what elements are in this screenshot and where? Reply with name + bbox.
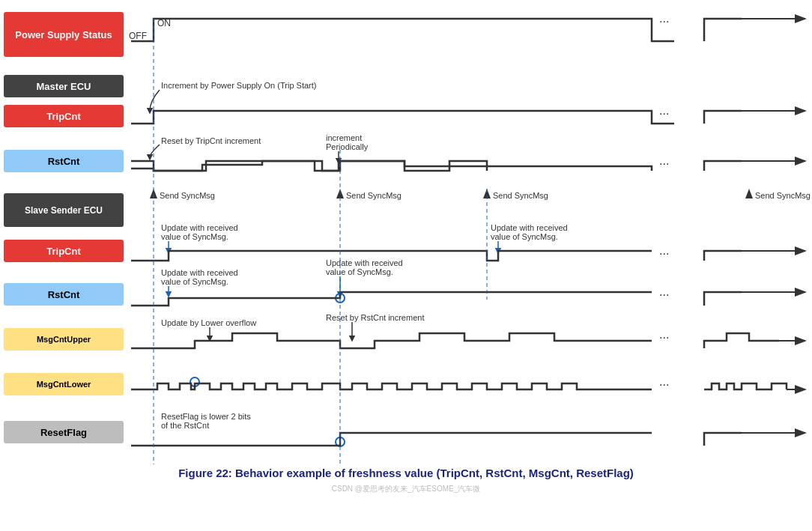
svg-text:Update with received: Update with received	[161, 223, 238, 232]
svg-text:Periodically: Periodically	[326, 142, 369, 151]
svg-text:...: ...	[659, 244, 669, 257]
svg-text:...: ...	[659, 328, 669, 341]
svg-text:Send SyncMsg: Send SyncMsg	[493, 191, 548, 200]
svg-text:value of SyncMsg.: value of SyncMsg.	[326, 267, 393, 276]
figure-caption: Figure 22: Behavior example of freshness…	[0, 461, 812, 485]
msgcnt-lower-waveform: ...	[131, 375, 805, 389]
waveform-diagram: OFF ON ... Increment by Power Supply On …	[0, 0, 812, 494]
svg-text:Update with received: Update with received	[161, 268, 238, 277]
svg-text:Reset by TripCnt increment: Reset by TripCnt increment	[161, 136, 261, 145]
svg-text:...: ...	[659, 375, 669, 388]
svg-text:Send SyncMsg: Send SyncMsg	[755, 191, 811, 200]
svg-marker-17	[745, 189, 753, 198]
diagram-container: Power Supply Status Master ECU TripCnt R…	[0, 0, 812, 494]
reset-flag-waveform: ...	[131, 433, 805, 446]
svg-text:Send SyncMsg: Send SyncMsg	[346, 191, 402, 200]
svg-text:...: ...	[659, 285, 669, 298]
svg-text:ResetFlag is lower 2 bits: ResetFlag is lower 2 bits	[161, 412, 251, 421]
svg-text:...: ...	[659, 12, 669, 25]
svg-text:...: ...	[659, 154, 669, 167]
slave-rstcnt-waveform: ...	[131, 285, 805, 306]
svg-text:Update with received: Update with received	[491, 223, 568, 232]
svg-text:of the RstCnt: of the RstCnt	[161, 421, 209, 430]
svg-text:Send SyncMsg: Send SyncMsg	[160, 191, 215, 200]
svg-text:value of SyncMsg.: value of SyncMsg.	[161, 277, 228, 286]
msgcnt-upper-waveform: ...	[131, 328, 805, 348]
svg-text:value of SyncMsg.: value of SyncMsg.	[491, 232, 558, 241]
svg-text:...: ...	[659, 104, 669, 117]
svg-text:Increment by Power Supply On (: Increment by Power Supply On (Trip Start…	[161, 81, 316, 90]
svg-text:value of SyncMsg.: value of SyncMsg.	[161, 232, 228, 241]
off-label: OFF	[129, 31, 147, 41]
slave-tripcnt-waveform: ...	[131, 244, 805, 261]
svg-text:Reset by RstCnt increment: Reset by RstCnt increment	[326, 313, 424, 322]
svg-text:Update with received: Update with received	[326, 258, 403, 267]
svg-text:Update by Lower overflow: Update by Lower overflow	[161, 318, 256, 327]
watermark: CSDN @爱思考的友来_汽车ESOME_汽车微	[332, 484, 481, 494]
rstcnt-master-waveform: ...	[131, 154, 805, 171]
svg-text:increment: increment	[326, 133, 362, 142]
